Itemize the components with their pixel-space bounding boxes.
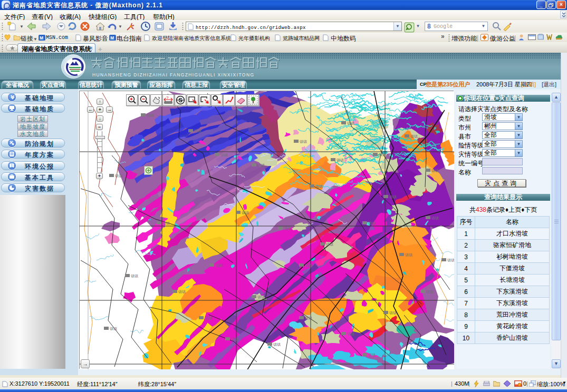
svg-text:镇镇: 镇镇 — [347, 332, 354, 336]
svg-text:镇镇: 镇镇 — [405, 253, 412, 257]
svg-text:镇镇: 镇镇 — [194, 129, 201, 133]
svg-text:镇镇: 镇镇 — [304, 263, 312, 268]
svg-text:?: ? — [166, 95, 169, 100]
svg-text:镇镇: 镇镇 — [257, 295, 265, 299]
svg-text:镇镇: 镇镇 — [230, 337, 238, 341]
svg-text:镇镇: 镇镇 — [426, 290, 434, 294]
svg-text:镇镇: 镇镇 — [114, 174, 122, 178]
svg-text:镇镇: 镇镇 — [273, 342, 281, 347]
svg-text:镇镇: 镇镇 — [347, 121, 354, 125]
svg-text:镇镇: 镇镇 — [389, 311, 397, 315]
svg-text:镇镇: 镇镇 — [368, 221, 376, 226]
svg-text:镇镇: 镇镇 — [130, 274, 138, 278]
svg-text:镇镇: 镇镇 — [283, 227, 291, 231]
svg-text:镇镇: 镇镇 — [146, 113, 154, 117]
svg-text:镇镇: 镇镇 — [257, 163, 265, 168]
svg-text:S: S — [179, 97, 182, 103]
svg-text:M: M — [40, 36, 43, 41]
svg-text:镇镇: 镇镇 — [431, 169, 439, 173]
svg-text:镇镇: 镇镇 — [109, 327, 117, 331]
svg-text:镇镇: 镇镇 — [299, 140, 307, 144]
svg-text:镇镇: 镇镇 — [304, 316, 312, 320]
svg-text:镇镇: 镇镇 — [410, 134, 418, 139]
svg-text:镇镇: 镇镇 — [162, 221, 170, 226]
svg-text:镇镇: 镇镇 — [325, 242, 333, 247]
svg-text:镇镇: 镇镇 — [241, 211, 249, 215]
svg-text:镇镇: 镇镇 — [204, 316, 212, 320]
svg-text:镇镇: 镇镇 — [336, 158, 344, 162]
svg-text:镇镇: 镇镇 — [389, 195, 397, 199]
svg-text:镇镇: 镇镇 — [378, 153, 386, 157]
svg-text:镇镇: 镇镇 — [315, 184, 323, 189]
svg-text:镇镇: 镇镇 — [368, 353, 376, 357]
svg-text:镇镇: 镇镇 — [178, 290, 186, 294]
svg-text:M: M — [110, 36, 114, 41]
svg-text:镇镇: 镇镇 — [431, 216, 439, 220]
svg-text:镇镇: 镇镇 — [220, 153, 228, 157]
svg-text:镇镇: 镇镇 — [215, 263, 223, 268]
svg-text:镇镇: 镇镇 — [447, 258, 454, 262]
